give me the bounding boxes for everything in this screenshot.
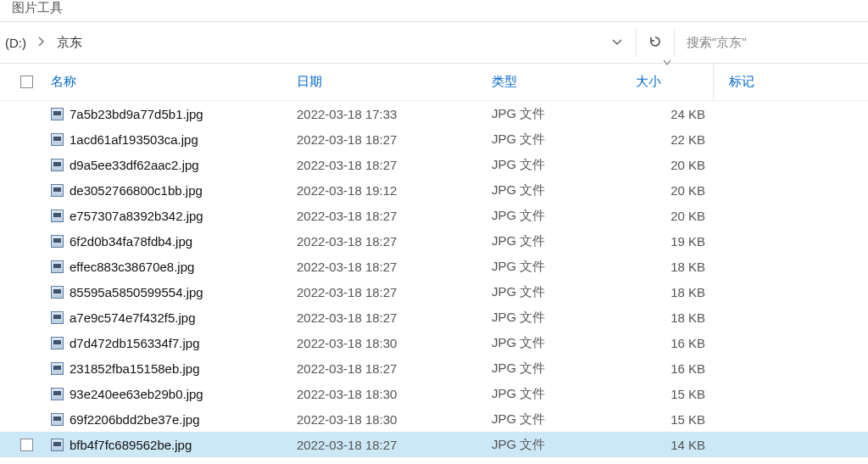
file-name: 69f2206bdd2be37e.jpg <box>70 412 297 427</box>
file-type: JPG 文件 <box>492 284 636 300</box>
file-type: JPG 文件 <box>492 182 636 198</box>
file-type: JPG 文件 <box>492 411 636 428</box>
checkbox-icon <box>20 75 33 88</box>
file-name: a7e9c574e7f432f5.jpg <box>70 310 297 325</box>
breadcrumb-bar[interactable]: (D:) 京东 <box>0 35 598 51</box>
column-header-size[interactable]: 大小 <box>636 74 729 90</box>
image-file-icon <box>51 362 70 375</box>
file-size: 14 KB <box>636 438 715 452</box>
column-header-name[interactable]: 名称 <box>51 74 297 90</box>
file-size: 20 KB <box>636 158 715 172</box>
image-file-icon <box>51 133 70 146</box>
select-all-checkbox[interactable] <box>20 75 51 88</box>
image-file-icon <box>51 184 70 197</box>
file-name: bfb4f7fc689562be.jpg <box>70 438 297 452</box>
image-file-icon <box>51 159 70 171</box>
file-size: 15 KB <box>636 412 715 427</box>
file-size: 16 KB <box>636 361 715 376</box>
file-name: 6f2d0b34fa78fdb4.jpg <box>70 234 297 249</box>
search-input[interactable]: 搜索"京东" <box>675 35 868 51</box>
file-size: 16 KB <box>636 336 715 350</box>
file-size: 20 KB <box>636 209 715 223</box>
file-row[interactable]: 6f2d0b34fa78fdb4.jpg2022-03-18 18:27JPG … <box>0 228 868 254</box>
file-row[interactable]: 7a5b23bd9a77d5b1.jpg2022-03-18 17:33JPG … <box>0 101 868 126</box>
file-date: 2022-03-18 18:27 <box>297 260 492 274</box>
image-file-icon <box>51 108 70 120</box>
image-file-icon <box>51 260 70 273</box>
file-row[interactable]: 85595a5850599554.jpg2022-03-18 18:27JPG … <box>0 279 868 305</box>
column-header-date[interactable]: 日期 <box>297 74 492 90</box>
ribbon-context-tab[interactable]: 图片工具 <box>0 0 868 21</box>
image-file-icon <box>51 439 70 451</box>
file-row[interactable]: 1acd61af193503ca.jpg2022-03-18 18:27JPG … <box>0 126 868 152</box>
file-type: JPG 文件 <box>492 437 636 453</box>
column-header-type[interactable]: 类型 <box>492 74 636 90</box>
file-date: 2022-03-18 18:27 <box>297 361 492 376</box>
checkbox-icon <box>20 439 33 451</box>
file-row[interactable]: bfb4f7fc689562be.jpg2022-03-18 18:27JPG … <box>0 432 868 457</box>
chevron-right-icon[interactable] <box>28 35 55 51</box>
file-type: JPG 文件 <box>492 233 636 249</box>
file-size: 22 KB <box>636 132 715 147</box>
file-row[interactable]: d9a5ee33df62aac2.jpg2022-03-18 18:27JPG … <box>0 152 868 177</box>
file-size: 18 KB <box>636 260 715 274</box>
file-name: effec883c38670e8.jpg <box>70 260 297 274</box>
file-size: 19 KB <box>636 234 715 249</box>
file-type: JPG 文件 <box>492 106 636 122</box>
address-row: (D:) 京东 搜索"京东" <box>0 22 868 63</box>
file-date: 2022-03-18 18:30 <box>297 387 492 401</box>
breadcrumb-folder[interactable]: 京东 <box>55 35 84 51</box>
file-date: 2022-03-18 18:27 <box>297 158 492 172</box>
file-date: 2022-03-18 19:12 <box>297 183 492 198</box>
file-name: 1acd61af193503ca.jpg <box>70 132 297 147</box>
column-header-tags[interactable]: 标记 <box>729 74 868 90</box>
file-type: JPG 文件 <box>492 208 636 224</box>
file-list: 7a5b23bd9a77d5b1.jpg2022-03-18 17:33JPG … <box>0 101 868 457</box>
image-file-icon <box>51 286 70 299</box>
file-type: JPG 文件 <box>492 361 636 377</box>
file-row[interactable]: 69f2206bdd2be37e.jpg2022-03-18 18:30JPG … <box>0 406 868 432</box>
file-date: 2022-03-18 18:27 <box>297 132 492 147</box>
file-row[interactable]: 231852fba15158eb.jpg2022-03-18 18:27JPG … <box>0 355 868 381</box>
file-date: 2022-03-18 17:33 <box>297 107 492 121</box>
file-type: JPG 文件 <box>492 335 636 351</box>
file-type: JPG 文件 <box>492 386 636 402</box>
column-header-size-label: 大小 <box>636 74 661 88</box>
file-row[interactable]: effec883c38670e8.jpg2022-03-18 18:27JPG … <box>0 254 868 279</box>
file-row[interactable]: a7e9c574e7f432f5.jpg2022-03-18 18:27JPG … <box>0 305 868 330</box>
file-date: 2022-03-18 18:27 <box>297 209 492 223</box>
file-name: 7a5b23bd9a77d5b1.jpg <box>70 107 297 121</box>
address-dropdown-button[interactable] <box>598 35 636 51</box>
file-size: 20 KB <box>636 183 715 198</box>
file-size: 15 KB <box>636 387 715 401</box>
file-type: JPG 文件 <box>492 157 636 173</box>
file-name: d7d472db156334f7.jpg <box>70 336 297 350</box>
file-row[interactable]: de3052766800c1bb.jpg2022-03-18 19:12JPG … <box>0 177 868 203</box>
column-separator[interactable] <box>713 62 714 102</box>
breadcrumb-drive[interactable]: (D:) <box>3 36 28 50</box>
refresh-button[interactable] <box>637 35 674 51</box>
file-row[interactable]: d7d472db156334f7.jpg2022-03-18 18:30JPG … <box>0 330 868 355</box>
file-name: 93e240ee63eb29b0.jpg <box>70 387 297 401</box>
file-date: 2022-03-18 18:27 <box>297 234 492 249</box>
image-file-icon <box>51 235 70 248</box>
sort-descending-icon <box>663 59 671 68</box>
file-size: 24 KB <box>636 107 715 121</box>
file-size: 18 KB <box>636 310 715 325</box>
file-row[interactable]: e757307a8392b342.jpg2022-03-18 18:27JPG … <box>0 203 868 228</box>
file-name: de3052766800c1bb.jpg <box>70 183 297 198</box>
file-type: JPG 文件 <box>492 259 636 275</box>
file-date: 2022-03-18 18:30 <box>297 336 492 350</box>
column-header-row: 名称 日期 类型 大小 标记 <box>0 64 868 101</box>
file-date: 2022-03-18 18:27 <box>297 310 492 325</box>
file-row[interactable]: 93e240ee63eb29b0.jpg2022-03-18 18:30JPG … <box>0 381 868 406</box>
file-name: e757307a8392b342.jpg <box>70 209 297 223</box>
file-name: 231852fba15158eb.jpg <box>70 361 297 376</box>
file-size: 18 KB <box>636 285 715 299</box>
file-name: d9a5ee33df62aac2.jpg <box>70 158 297 172</box>
image-file-icon <box>51 337 70 349</box>
image-file-icon <box>51 210 70 222</box>
file-name: 85595a5850599554.jpg <box>70 285 297 299</box>
image-file-icon <box>51 413 70 426</box>
row-checkbox[interactable] <box>20 439 51 451</box>
